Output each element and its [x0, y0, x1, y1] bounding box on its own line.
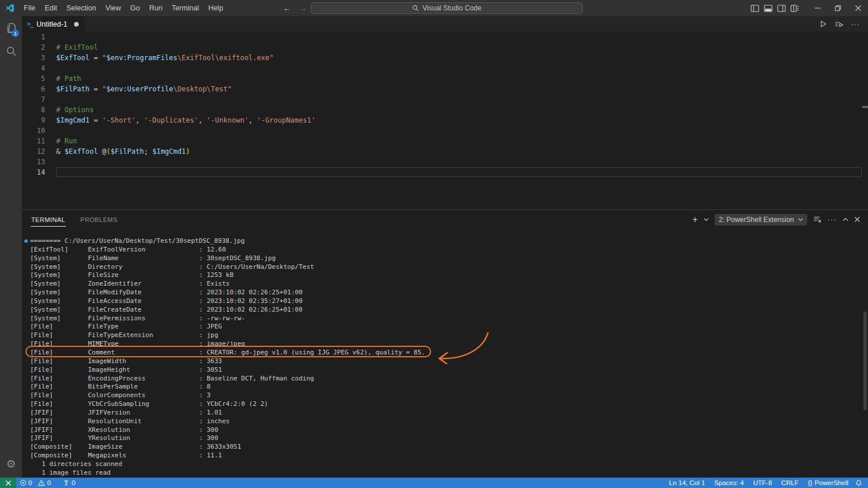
radio-tower-icon	[62, 479, 70, 486]
search-sidebar-icon[interactable]	[0, 39, 22, 62]
code-text: $ImgCmd1 = '-Short', '-Duplicates', '-Un…	[56, 115, 315, 125]
terminal-scrollbar[interactable]	[863, 312, 867, 410]
explorer-icon[interactable]: 1	[0, 16, 22, 39]
restore-button[interactable]	[827, 0, 848, 16]
code-line[interactable]: 2# ExifTool	[22, 42, 868, 53]
terminal-row: [File]ColorComponents: 3	[30, 391, 868, 400]
terminal-row: [Composite]Megapixels: 11.1	[30, 452, 868, 460]
bottom-panel: TERMINAL PROBLEMS + 2: PowerShell Extens…	[22, 209, 868, 478]
run-file-icon[interactable]	[819, 20, 827, 28]
terminal-row: [JFIF]YResolution: 300	[30, 434, 868, 443]
encoding[interactable]: UTF-8	[749, 478, 777, 488]
code-line[interactable]: 12& $ExfTool @($FilPath; $ImgCmd1)	[22, 146, 868, 157]
menu-selection[interactable]: Selection	[62, 0, 101, 16]
menu-file[interactable]: File	[19, 0, 40, 16]
menu-edit[interactable]: Edit	[40, 0, 62, 16]
clear-terminal-icon[interactable]	[813, 216, 822, 223]
terminal-row: [System]FileName: 30septDSC_8938.jpg	[30, 254, 868, 263]
command-decoration-dot[interactable]	[24, 239, 28, 243]
tab-problems[interactable]: PROBLEMS	[80, 212, 118, 227]
terminal-instance-select[interactable]: 2: PowerShell Extension	[715, 214, 807, 225]
code-text: # Path	[56, 73, 81, 84]
menu-bar: File Edit Selection View Go Run Terminal…	[19, 0, 228, 16]
menu-view[interactable]: View	[101, 0, 126, 16]
code-text: # Options	[56, 105, 94, 115]
more-actions-icon[interactable]: ···	[851, 21, 860, 27]
cursor-position[interactable]: Ln 14, Col 1	[664, 478, 709, 488]
new-terminal-icon[interactable]: +	[693, 216, 698, 224]
terminal-row: [JFIF]JFIFVersion: 1.01	[30, 409, 868, 417]
remote-indicator[interactable]	[0, 478, 16, 488]
indentation[interactable]: Spaces: 4	[709, 478, 748, 488]
code-editor[interactable]: 12# ExifTool3$ExfTool = "$env:ProgramFil…	[22, 32, 868, 209]
tab-terminal[interactable]: TERMINAL	[31, 212, 66, 227]
notifications-bell-icon[interactable]	[853, 479, 868, 487]
terminal-row: [File]ImageHeight: 3051	[30, 366, 868, 375]
code-line[interactable]: 11# Run	[22, 136, 868, 146]
terminal-row: [File]EncodingProcess: Baseline DCT, Huf…	[30, 375, 868, 383]
manage-gear-icon[interactable]: ⚙	[0, 452, 22, 475]
toggle-secondary-sidebar-icon[interactable]	[775, 0, 788, 16]
remote-icon	[5, 480, 12, 486]
code-text: $FilPath = "$env:UserProfile\Desktop\Tes…	[56, 84, 231, 94]
code-line[interactable]: 5# Path	[22, 73, 868, 84]
menu-terminal[interactable]: Terminal	[167, 0, 204, 16]
code-line[interactable]: 1	[22, 32, 868, 42]
run-script-icon[interactable]	[834, 20, 844, 28]
menu-go[interactable]: Go	[126, 0, 145, 16]
toggle-primary-sidebar-icon[interactable]	[748, 0, 762, 16]
eol-sequence[interactable]: CRLF	[777, 478, 803, 488]
line-number: 8	[22, 105, 45, 115]
code-line[interactable]: 6$FilPath = "$env:UserProfile\Desktop\Te…	[22, 84, 868, 94]
minimize-button[interactable]	[807, 0, 827, 16]
editor-tab-bar: >_ Untitled-1 ···	[22, 16, 868, 32]
line-number: 9	[22, 115, 45, 125]
code-line[interactable]: 3$ExfTool = "$env:ProgramFiles\ExifTool\…	[22, 53, 868, 63]
terminal-row: [System]FileSize: 1253 kB	[30, 271, 868, 280]
back-arrow-icon[interactable]: ←	[283, 3, 291, 13]
panel-more-actions-icon[interactable]: ···	[827, 217, 837, 223]
terminal-row: [System]ZoneIdentifier: Exists	[30, 280, 868, 289]
line-number: 13	[22, 157, 45, 167]
code-line[interactable]: 4	[22, 63, 868, 73]
terminal-row: [JFIF]XResolution: 300	[30, 426, 868, 435]
terminal-actions: + 2: PowerShell Extension ···	[693, 210, 860, 229]
current-line-highlight	[56, 167, 862, 177]
line-number: 5	[22, 73, 45, 84]
code-line[interactable]: 8# Options	[22, 105, 868, 115]
terminal-row: [System]Directory: C:/Users/UserNa/Deskt…	[30, 263, 868, 272]
ports-count: 0	[72, 479, 75, 486]
menu-help[interactable]: Help	[204, 0, 228, 16]
close-window-button[interactable]	[848, 0, 868, 16]
menu-run[interactable]: Run	[145, 0, 167, 16]
terminal-output[interactable]: ======== C:/Users/UserNa/Desktop/Test/30…	[22, 237, 868, 478]
code-line[interactable]: 13	[22, 157, 868, 167]
modified-dot[interactable]	[74, 22, 79, 27]
problems-status[interactable]: 0 0	[16, 479, 54, 486]
editor-actions: ···	[819, 16, 868, 32]
customize-layout-icon[interactable]	[788, 0, 801, 16]
tab-untitled-1[interactable]: >_ Untitled-1	[22, 16, 84, 32]
errors-count: 0	[28, 479, 32, 486]
command-center-label: Visual Studio Code	[422, 4, 481, 12]
terminal-row: 1 directories scanned	[30, 460, 868, 469]
line-number: 4	[22, 63, 45, 73]
maximize-panel-icon[interactable]	[843, 217, 848, 221]
language-mode[interactable]: {} PowerShell	[803, 478, 853, 488]
search-icon	[412, 5, 419, 12]
line-number: 7	[22, 94, 45, 105]
close-panel-icon[interactable]	[854, 216, 860, 223]
forward-arrow-icon[interactable]: →	[299, 3, 307, 13]
terminal-row: [System]FileModifyDate: 2023:10:02 02:26…	[30, 289, 868, 297]
terminal-row: [File]Comment: CREATOR: gd-jpeg v1.0 (us…	[30, 349, 868, 357]
code-line[interactable]: 14	[22, 167, 868, 178]
code-line[interactable]: 7	[22, 94, 868, 105]
code-line[interactable]: 9$ImgCmd1 = '-Short', '-Duplicates', '-U…	[22, 115, 868, 125]
command-center-search[interactable]: Visual Studio Code	[311, 2, 583, 14]
terminal-instance-label: 2: PowerShell Extension	[719, 216, 794, 224]
toggle-panel-icon[interactable]	[762, 0, 775, 16]
line-number: 10	[22, 125, 45, 136]
new-terminal-dropdown-icon[interactable]	[704, 218, 709, 221]
ports-status[interactable]: 0	[59, 479, 79, 486]
code-line[interactable]: 10	[22, 125, 868, 136]
